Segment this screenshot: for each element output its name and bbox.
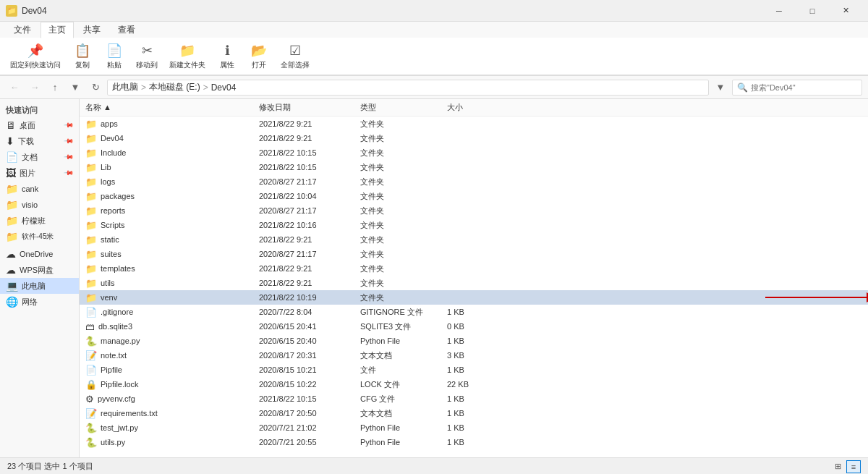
- pin-icon4: 📌: [64, 168, 75, 179]
- thispc-icon: 💻: [6, 280, 18, 292]
- sidebar-item-wpsdrive[interactable]: ☁ WPS网盘: [0, 262, 79, 278]
- address-path[interactable]: 此电脑 > 本地磁盘 (E:) > Dev04: [107, 80, 709, 96]
- copy-icon: 📋: [75, 43, 90, 59]
- table-row[interactable]: 🐍manage.py 2020/6/15 20:40 Python File 1…: [80, 334, 868, 348]
- table-row[interactable]: 📁templates 2021/8/22 9:21 文件夹: [80, 261, 868, 276]
- table-row[interactable]: 🔒Pipfile.lock 2020/8/15 10:22 LOCK 文件 22…: [80, 377, 868, 392]
- table-row[interactable]: 🐍utils.py 2020/7/21 20:55 Python File 1 …: [80, 435, 868, 449]
- ribbon-open-button[interactable]: 📂 打开: [244, 40, 273, 73]
- table-row[interactable]: 📝note.txt 2020/8/17 20:31 文本文档 3 KB: [80, 348, 868, 363]
- folder-icon: 📁: [85, 148, 97, 158]
- sidebar-item-desktop[interactable]: 🖥 桌面 📌: [0, 117, 79, 133]
- table-row[interactable]: 📁static 2021/8/22 9:21 文件夹: [80, 232, 868, 247]
- lock-icon: 🔒: [85, 379, 97, 390]
- search-box[interactable]: 🔍: [732, 80, 862, 96]
- table-row[interactable]: 🗃db.sqlite3 2020/6/15 20:41 SQLITE3 文件 0…: [80, 319, 868, 334]
- file-icon: 📄: [85, 307, 97, 318]
- table-row[interactable]: 📁Scripts 2021/8/22 10:16 文件夹: [80, 218, 868, 232]
- arrow-line: [765, 297, 867, 298]
- sidebar-header-quickaccess: 快速访问: [0, 102, 79, 117]
- tab-home[interactable]: 主页: [41, 22, 74, 38]
- folder-icon: 📁: [85, 206, 97, 216]
- sidebar-item-thispc[interactable]: 💻 此电脑: [0, 278, 79, 294]
- ribbon-newitem-button[interactable]: 📁 新建文件夹: [165, 40, 210, 73]
- ribbon-properties-button[interactable]: ℹ 属性: [213, 40, 242, 73]
- sidebar-item-onedrive[interactable]: ☁ OneDrive: [0, 246, 79, 262]
- table-row[interactable]: 📁Dev04 2021/8/22 9:21 文件夹: [80, 131, 868, 145]
- title-bar-left: 📁 Dev04: [6, 5, 47, 17]
- ribbon-select-button[interactable]: ☑ 全部选择: [276, 40, 314, 73]
- open-icon: 📂: [251, 43, 267, 59]
- refresh-button[interactable]: ↻: [87, 79, 104, 96]
- close-button[interactable]: ✕: [829, 0, 862, 22]
- large-icon-view-button[interactable]: ⊞: [830, 460, 845, 473]
- window-title: Dev04: [22, 6, 47, 16]
- sidebar-label-lemon: 柠檬班: [22, 216, 46, 227]
- ribbon-paste-button[interactable]: 📄 粘贴: [100, 40, 129, 73]
- address-dropdown[interactable]: ▼: [712, 79, 729, 96]
- table-row[interactable]: 📁utils 2021/8/22 9:21 文件夹: [80, 276, 868, 290]
- folder-icon: 📁: [85, 133, 97, 144]
- status-bar: 23 个项目 选中 1 个项目 ⊞ ≡: [0, 457, 868, 474]
- path-drive: 本地磁盘 (E:): [149, 81, 200, 93]
- ribbon-copy-button[interactable]: 📋 复制: [68, 40, 97, 73]
- table-row[interactable]: 📁Lib 2021/8/22 10:15 文件夹: [80, 160, 868, 174]
- recent-button[interactable]: ▼: [67, 79, 84, 96]
- sidebar-item-downloads[interactable]: ⬇ 下载 📌: [0, 133, 79, 149]
- main-layout: 快速访问 🖥 桌面 📌 ⬇ 下载 📌 📄 文档 📌 🖼 图片 📌: [0, 99, 868, 457]
- folder-icon: 📁: [85, 263, 97, 274]
- tab-view[interactable]: 查看: [110, 22, 143, 38]
- tab-share[interactable]: 共享: [75, 22, 109, 38]
- table-row[interactable]: 📁reports 2020/8/27 21:17 文件夹: [80, 203, 868, 218]
- window-icon: 📁: [6, 5, 17, 17]
- up-button[interactable]: ↑: [46, 79, 64, 96]
- sidebar-label-wpsdrive: WPS网盘: [20, 265, 54, 276]
- ribbon-move-button[interactable]: ✂ 移动到: [132, 40, 162, 73]
- sidebar-item-software[interactable]: 📁 软件-45米: [0, 229, 79, 245]
- col-header-size[interactable]: 大小: [447, 102, 505, 113]
- sidebar-item-network[interactable]: 🌐 网络: [0, 294, 79, 310]
- table-row[interactable]: 📁Include 2021/8/22 10:15 文件夹: [80, 145, 868, 160]
- txt-icon: 📝: [85, 408, 97, 419]
- search-input[interactable]: [751, 83, 857, 92]
- maximize-button[interactable]: □: [796, 0, 829, 22]
- minimize-button[interactable]: ─: [762, 0, 796, 22]
- table-row[interactable]: 📄Pipfile 2020/8/15 10:21 文件 1 KB: [80, 363, 868, 377]
- ribbon-content: 📌 固定到快速访问 📋 复制 📄 粘贴 ✂ 移动到 📁 新建文件夹 ℹ 属性 📂…: [0, 38, 868, 75]
- sidebar-label-visio: visio: [22, 200, 38, 209]
- status-text: 23 个项目 选中 1 个项目: [7, 461, 93, 472]
- folder-icon: 📁: [85, 177, 97, 187]
- table-row[interactable]: 📁apps 2021/8/22 9:21 文件夹: [80, 117, 868, 131]
- sidebar-label-desktop: 桌面: [20, 120, 35, 131]
- back-button[interactable]: ←: [6, 79, 23, 96]
- sidebar-label-network: 网络: [22, 297, 38, 308]
- col-header-date[interactable]: 修改日期: [259, 102, 360, 113]
- table-row[interactable]: 📁logs 2020/8/27 21:17 文件夹: [80, 174, 868, 189]
- col-header-type[interactable]: 类型: [360, 102, 447, 113]
- select-icon: ☑: [289, 43, 301, 59]
- table-row[interactable]: 📄.gitignore 2020/7/22 8:04 GITIGNORE 文件 …: [80, 305, 868, 319]
- sidebar-item-cank[interactable]: 📁 cank: [0, 181, 79, 197]
- sidebar-item-pictures[interactable]: 🖼 图片 📌: [0, 165, 79, 181]
- forward-button[interactable]: →: [26, 79, 43, 96]
- sidebar-item-lemon[interactable]: 📁 柠檬班: [0, 213, 79, 229]
- sidebar-section-system: ☁ OneDrive ☁ WPS网盘 💻 此电脑 🌐 网络: [0, 246, 79, 310]
- table-row[interactable]: 🐍test_jwt.py 2020/7/21 21:02 Python File…: [80, 420, 868, 435]
- table-row[interactable]: 📁suites 2020/8/27 21:17 文件夹: [80, 247, 868, 261]
- table-row-venv[interactable]: 📁venv 2021/8/22 10:19 文件夹: [80, 290, 868, 305]
- sidebar-item-visio[interactable]: 📁 visio: [0, 197, 79, 213]
- tab-file[interactable]: 文件: [6, 22, 39, 38]
- table-row[interactable]: 📝requirements.txt 2020/8/17 20:50 文本文档 1…: [80, 406, 868, 420]
- sidebar-item-docs[interactable]: 📄 文档 📌: [0, 149, 79, 165]
- col-header-name[interactable]: 名称 ▲: [85, 102, 259, 113]
- table-row[interactable]: ⚙pyvenv.cfg 2021/8/22 10:15 CFG 文件 1 KB: [80, 392, 868, 406]
- sidebar-section-quickaccess: 快速访问 🖥 桌面 📌 ⬇ 下载 📌 📄 文档 📌 🖼 图片 📌: [0, 102, 79, 245]
- details-view-button[interactable]: ≡: [846, 460, 861, 473]
- pin-icon: 📌: [27, 43, 43, 59]
- ribbon-pin-button[interactable]: 📌 固定到快速访问: [6, 40, 65, 73]
- sidebar-label-downloads: 下载: [18, 136, 34, 147]
- file-icon: 🗃: [85, 321, 95, 332]
- table-row[interactable]: 📁packages 2021/8/22 10:04 文件夹: [80, 189, 868, 203]
- search-icon: 🔍: [737, 82, 748, 93]
- folder-icon-lemon: 📁: [6, 215, 18, 227]
